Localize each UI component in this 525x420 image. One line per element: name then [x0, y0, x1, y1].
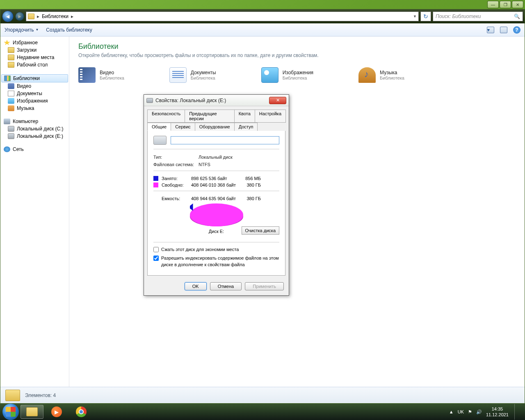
- drive-icon: [146, 98, 153, 103]
- folder-icon: [8, 47, 14, 53]
- dialog-title: Свойства: Локальный диск (E:): [155, 98, 226, 103]
- tab-customize[interactable]: Настройка: [255, 110, 286, 123]
- sidebar-recent[interactable]: Недавние места: [0, 54, 69, 61]
- free-bytes: 408 046 010 368 байт: [191, 183, 240, 187]
- sidebar-drive-c[interactable]: Локальный диск (C:): [0, 125, 69, 132]
- action-center-icon[interactable]: ⚑: [468, 409, 472, 415]
- image-library-icon: [261, 67, 278, 83]
- preview-pane-button[interactable]: [500, 27, 507, 33]
- image-icon: [8, 98, 14, 104]
- computer-group[interactable]: Компьютер: [0, 118, 69, 125]
- library-documents[interactable]: ДокументыБиблиотека: [169, 67, 216, 83]
- type-label: Тип:: [153, 155, 199, 160]
- search-input[interactable]: Поиск: Библиотеки 🔍: [433, 11, 523, 21]
- sidebar-downloads[interactable]: Загрузки: [0, 46, 69, 54]
- minimize-button[interactable]: —: [487, 1, 499, 8]
- library-videos[interactable]: ВидеоБиблиотека: [78, 67, 124, 83]
- disk-cleanup-button[interactable]: Очистка диска: [242, 226, 279, 235]
- capacity-size: 380 ГБ: [240, 196, 261, 201]
- breadcrumb-item[interactable]: Библиотеки: [42, 14, 68, 19]
- item-count: Элементов: 4: [25, 393, 56, 398]
- used-bytes: 898 625 536 байт: [191, 176, 240, 181]
- music-icon: [8, 105, 14, 111]
- drive-icon: [8, 133, 14, 139]
- apply-button[interactable]: Применить: [245, 282, 284, 290]
- tray-arrow-icon[interactable]: ▲: [449, 409, 454, 414]
- capacity-bytes: 408 944 635 904 байт: [191, 196, 240, 201]
- maximize-button[interactable]: ❐: [500, 1, 511, 8]
- new-library-button[interactable]: Создать библиотеку: [46, 27, 92, 33]
- refresh-button[interactable]: ↻: [420, 11, 431, 21]
- volume-icon[interactable]: 🔊: [476, 409, 482, 415]
- pie-chart: [190, 207, 243, 226]
- used-label: Занято:: [162, 176, 191, 181]
- tab-previous-versions[interactable]: Предыдущие версии: [185, 110, 235, 123]
- libraries-group[interactable]: Библиотеки: [1, 74, 68, 82]
- compress-checkbox-row[interactable]: Сжать этот диск для экономии места: [153, 247, 279, 253]
- network-group[interactable]: Сеть: [0, 146, 69, 153]
- index-checkbox-row[interactable]: Разрешить индексировать содержимое файло…: [153, 255, 279, 268]
- view-options-button[interactable]: ▾: [487, 27, 494, 33]
- tab-general[interactable]: Общие: [147, 123, 171, 131]
- sidebar-videos[interactable]: Видео: [0, 82, 69, 90]
- forward-button[interactable]: ►: [15, 12, 24, 21]
- music-library-icon: [358, 67, 376, 83]
- back-button[interactable]: ◄: [2, 11, 14, 22]
- address-dropdown-icon[interactable]: ▼: [413, 14, 417, 18]
- cancel-button[interactable]: Отмена: [210, 282, 242, 290]
- folder-icon: [28, 14, 34, 19]
- tab-security[interactable]: Безопасность: [147, 110, 185, 123]
- system-tray: ▲ UK ⚑ 🔊 14:35 11.12.2021: [449, 404, 523, 420]
- search-placeholder: Поиск: Библиотеки: [436, 14, 481, 19]
- start-button[interactable]: [2, 404, 19, 420]
- free-label: Свободно:: [162, 183, 191, 187]
- language-indicator[interactable]: UK: [458, 409, 464, 414]
- library-music[interactable]: МузыкаБиблиотека: [358, 67, 404, 83]
- taskbar-chrome[interactable]: [70, 405, 93, 419]
- address-bar[interactable]: ▸ Библиотеки ▸ ▼: [26, 11, 419, 21]
- page-subtitle: Откройте библиотеку, чтобы просмотреть ф…: [78, 52, 516, 58]
- disk-usage-chart: Диск E: Очистка диска: [153, 207, 279, 234]
- tab-tools[interactable]: Сервис: [171, 123, 195, 131]
- drive-label-input[interactable]: [171, 136, 279, 144]
- command-bar: Упорядочить▼ Создать библиотеку ▾ ?: [0, 23, 525, 37]
- filesystem-label: Файловая система:: [153, 162, 199, 167]
- dialog-titlebar[interactable]: Свойства: Локальный диск (E:) ✕: [144, 95, 289, 106]
- favorites-group[interactable]: Избранное: [0, 39, 69, 46]
- clock[interactable]: 14:35 11.12.2021: [486, 406, 509, 418]
- tab-quota[interactable]: Квота: [234, 110, 255, 123]
- close-button[interactable]: ✕: [512, 1, 523, 8]
- page-title: Библиотеки: [78, 42, 516, 51]
- status-bar: Элементов: 4: [0, 387, 525, 403]
- drive-icon: [153, 136, 167, 145]
- sidebar-music[interactable]: Музыка: [0, 105, 69, 112]
- libraries-icon: [4, 75, 11, 81]
- used-size: 856 МБ: [240, 176, 261, 181]
- help-button[interactable]: ?: [513, 26, 520, 34]
- tab-hardware[interactable]: Оборудование: [195, 123, 235, 131]
- sidebar-pictures[interactable]: Изображения: [0, 97, 69, 105]
- organize-menu[interactable]: Упорядочить▼: [5, 27, 39, 33]
- video-library-icon: [78, 67, 96, 83]
- library-pictures[interactable]: ИзображенияБиблиотека: [261, 67, 313, 83]
- free-size: 380 ГБ: [240, 183, 261, 187]
- sidebar-desktop[interactable]: Рабочий стол: [0, 61, 69, 68]
- capacity-label: Емкость:: [162, 196, 191, 201]
- index-checkbox[interactable]: [153, 256, 159, 261]
- taskbar-explorer[interactable]: [21, 405, 43, 419]
- taskbar: ▶ ▲ UK ⚑ 🔊 14:35 11.12.2021: [0, 404, 525, 420]
- chrome-icon: [76, 406, 87, 417]
- compress-checkbox[interactable]: [153, 247, 159, 252]
- content-area: Библиотеки Откройте библиотеку, чтобы пр…: [69, 37, 525, 387]
- sidebar-drive-e[interactable]: Локальный диск (E:): [0, 132, 69, 140]
- ok-button[interactable]: OK: [185, 282, 207, 290]
- document-library-icon: [169, 67, 187, 83]
- folder-icon: [8, 62, 14, 68]
- taskbar-media-player[interactable]: ▶: [45, 405, 68, 419]
- tab-sharing[interactable]: Доступ: [234, 123, 258, 131]
- sidebar-documents[interactable]: Документы: [0, 90, 69, 97]
- type-value: Локальный диск: [199, 155, 279, 160]
- show-desktop-button[interactable]: [514, 404, 519, 420]
- drive-icon: [8, 126, 14, 132]
- dialog-close-button[interactable]: ✕: [269, 97, 286, 104]
